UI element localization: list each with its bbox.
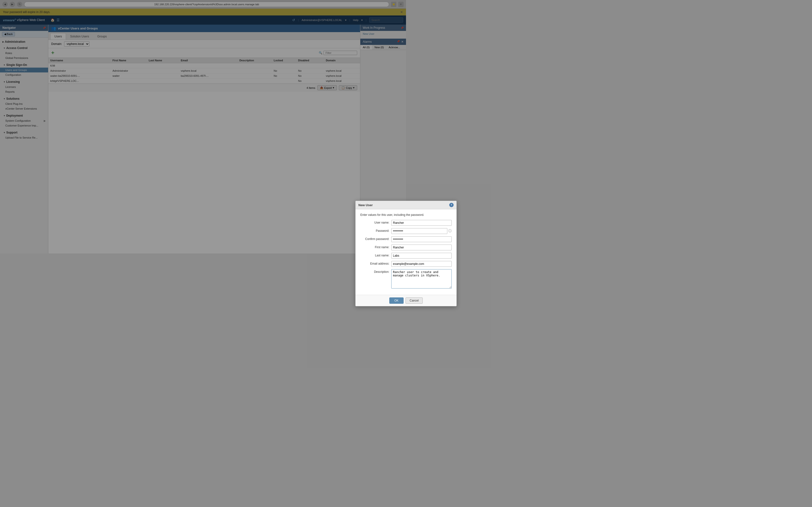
modal-overlay: New User ? Enter values for this user, i… [0, 0, 406, 253]
new-user-modal: New User ? Enter values for this user, i… [355, 201, 406, 253]
first-name-input[interactable] [391, 244, 406, 250]
password-input[interactable] [391, 228, 406, 234]
last-name-row: Last name: [360, 253, 406, 253]
username-row: User name: [360, 220, 406, 226]
modal-header: New User ? [355, 201, 406, 209]
password-row: Password: ⓘ [360, 228, 406, 234]
username-input[interactable] [391, 220, 406, 226]
last-name-label: Last name: [360, 253, 389, 253]
confirm-password-input[interactable] [391, 236, 406, 242]
modal-title: New User [358, 203, 373, 207]
last-name-input[interactable] [391, 253, 406, 253]
confirm-password-label: Confirm password: [360, 236, 389, 241]
confirm-password-row: Confirm password: [360, 236, 406, 242]
password-label: Password: [360, 228, 389, 232]
first-name-row: First name: [360, 244, 406, 250]
username-label: User name: [360, 220, 389, 224]
modal-body: Enter values for this user, including th… [355, 209, 406, 253]
first-name-label: First name: [360, 244, 389, 249]
modal-description: Enter values for this user, including th… [360, 213, 406, 217]
